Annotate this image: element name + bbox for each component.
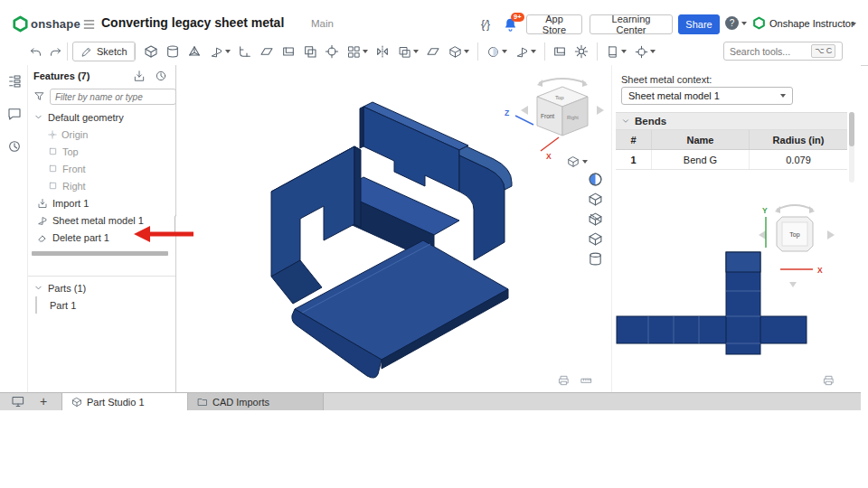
boolean-tool-button[interactable] [394, 42, 421, 61]
account-caret-icon[interactable] [851, 23, 856, 26]
section-view-button[interactable] [588, 211, 603, 227]
share-button[interactable]: Share [678, 14, 720, 34]
chevron-down-icon [363, 50, 368, 53]
hamburger-menu-icon[interactable] [82, 18, 96, 31]
tree-item-import-1[interactable]: Import 1 [28, 194, 175, 211]
sheet-metal-tool-button[interactable] [512, 42, 539, 61]
exploded-view-button[interactable] [588, 231, 603, 247]
origin-icon [48, 130, 57, 139]
tree-item-origin[interactable]: Origin [28, 126, 175, 143]
loft-tool-button[interactable] [206, 42, 233, 61]
undo-button[interactable] [25, 42, 45, 61]
print-flat-icon[interactable] [557, 374, 571, 387]
feature-tree-rail-button[interactable] [5, 72, 24, 90]
column-header[interactable]: # [616, 130, 652, 149]
svg-text:X: X [546, 152, 552, 161]
search-tools-input[interactable] [728, 45, 807, 58]
history-rail-button[interactable] [5, 137, 24, 155]
column-header[interactable]: Radius (in) [750, 130, 847, 149]
frame-tool-button[interactable] [550, 42, 570, 61]
tab-cad-imports[interactable]: CAD Imports [188, 393, 324, 410]
tree-item-front-plane[interactable]: Front [28, 160, 175, 177]
extrude-tool-button[interactable] [141, 42, 161, 61]
plane-icon [48, 181, 58, 191]
tree-item-top-plane[interactable]: Top [28, 143, 175, 160]
scrollbar-thumb[interactable] [849, 112, 854, 146]
plane-icon [48, 164, 58, 174]
tab-part-studio-1[interactable]: Part Studio 1 [61, 393, 188, 410]
revolve-tool-button[interactable] [163, 42, 183, 61]
hole-tool-button[interactable] [322, 42, 342, 61]
feature-filter-input[interactable] [50, 89, 176, 105]
measure-tool-button[interactable] [631, 42, 658, 61]
svg-text:Right: Right [567, 115, 579, 120]
surface-tool-button[interactable] [483, 42, 510, 61]
sketch-button[interactable]: Sketch [72, 42, 136, 61]
flat-pattern-view[interactable] [617, 252, 807, 354]
chamfer-tool-button[interactable] [257, 42, 277, 61]
top-bar: onshape Converting legacy sheet metal Ma… [0, 11, 868, 39]
column-header[interactable]: Name [652, 130, 750, 149]
import-icon [37, 198, 48, 209]
insert-feature-icon[interactable] [133, 70, 146, 82]
help-caret-icon[interactable] [741, 22, 747, 25]
chevron-down-icon [621, 50, 627, 53]
graphics-viewport[interactable]: Top Front Right Z X [176, 65, 611, 392]
viewcube-menu-button[interactable] [567, 155, 588, 168]
app-store-button[interactable]: App Store [526, 14, 582, 34]
feature-toolbar: Sketch ⌥ C [0, 38, 868, 66]
chevron-down-icon [531, 50, 536, 53]
sheet-metal-part-3d[interactable] [271, 102, 512, 378]
filter-funnel-icon[interactable] [33, 90, 45, 102]
add-tab-button[interactable]: + [40, 394, 47, 408]
view-settings-button[interactable] [588, 192, 603, 207]
chevron-down-icon [502, 50, 507, 53]
shell-tool-button[interactable] [300, 42, 320, 61]
sheet-metal-context-label: Sheet metal context: [621, 74, 712, 85]
chevron-down-icon [621, 117, 630, 126]
named-views-button[interactable] [588, 251, 603, 267]
view-cube[interactable]: Top Front Right [521, 79, 604, 136]
onshape-logo-icon[interactable] [12, 15, 29, 33]
print-flat-icon[interactable] [822, 374, 835, 387]
rotate-down-icon [789, 282, 797, 287]
split-tool-button[interactable] [423, 42, 443, 61]
bends-section-header[interactable]: Bends [616, 112, 847, 130]
sweep-tool-button[interactable] [184, 42, 204, 61]
tree-group-parts[interactable]: Parts (1) [28, 279, 175, 296]
svg-text:X: X [817, 266, 823, 275]
search-shortcut-keycap: ⌥ C [811, 44, 835, 58]
render-mode-button[interactable] [588, 172, 603, 187]
comments-rail-button[interactable] [5, 105, 24, 123]
fillet-tool-button[interactable] [235, 42, 255, 61]
bends-scrollbar[interactable] [849, 112, 854, 183]
learning-center-button[interactable]: Learning Center [590, 14, 673, 34]
flat-view-cube[interactable]: Top [759, 205, 835, 287]
tables-tool-button[interactable] [602, 42, 629, 61]
rotate-right-icon [827, 230, 835, 239]
account-menu[interactable]: Onshape Instructor [769, 18, 854, 29]
featurescript-icon[interactable]: {∕} [481, 18, 490, 31]
document-title: Converting legacy sheet metal [101, 15, 284, 30]
workspace-label[interactable]: Main [311, 18, 334, 29]
redo-button[interactable] [45, 42, 65, 61]
modify-tool-button[interactable] [571, 42, 591, 61]
pattern-tool-button[interactable] [344, 42, 371, 61]
bends-table-row[interactable]: 1 Bend G 0.079 [616, 150, 847, 170]
draft-tool-button[interactable] [278, 42, 298, 61]
sheet-metal-context-select[interactable]: Sheet metal model 1 [621, 87, 793, 105]
mirror-tool-button[interactable] [373, 42, 392, 61]
chevron-down-icon [33, 112, 43, 122]
help-button[interactable]: ? [725, 16, 739, 30]
tree-item-right-plane[interactable]: Right [28, 177, 175, 194]
tree-item-part-1[interactable]: Part 1 [35, 296, 175, 314]
search-tools-box[interactable]: ⌥ C [723, 42, 843, 61]
tab-manager-icon[interactable] [11, 395, 25, 408]
plane-icon [48, 146, 58, 156]
scale-ruler-icon[interactable] [580, 374, 593, 387]
rollback-timer-icon[interactable] [155, 70, 167, 82]
brand-wordmark: onshape [31, 17, 80, 31]
transform-tool-button[interactable] [445, 42, 472, 61]
rotate-right-icon [597, 106, 604, 115]
tree-group-default-geometry[interactable]: Default geometry [28, 108, 175, 126]
